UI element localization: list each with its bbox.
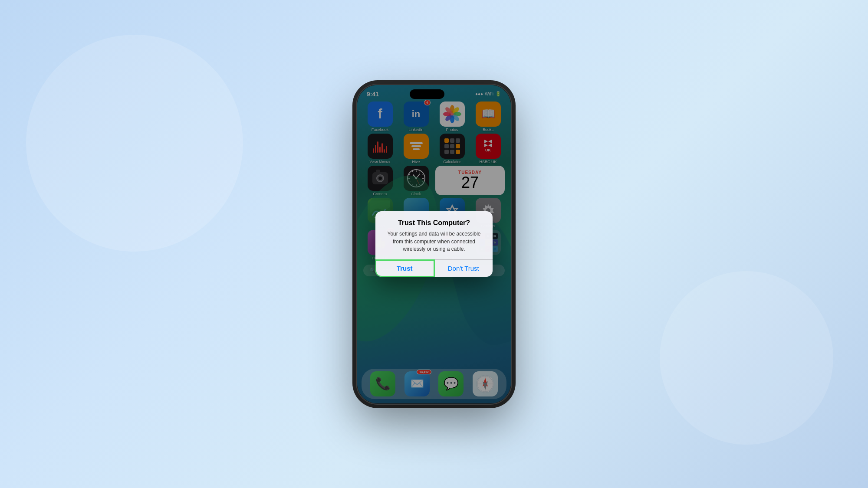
- dont-trust-button[interactable]: Don't Trust: [434, 260, 493, 277]
- phone-frame: 9:41 ●●● WiFi 🔋 f Facebook: [356, 84, 512, 405]
- dialog-button-row: Trust Don't Trust: [375, 259, 493, 277]
- background: 9:41 ●●● WiFi 🔋 f Facebook: [0, 0, 868, 488]
- bg-decoration-1: [0, 4, 273, 282]
- dialog-message: Your settings and data will be accessibl…: [382, 230, 486, 253]
- bg-decoration-2: [660, 271, 833, 445]
- phone-screen: 9:41 ●●● WiFi 🔋 f Facebook: [357, 85, 511, 403]
- dialog-title: Trust This Computer?: [382, 219, 486, 227]
- dialog-body: Trust This Computer? Your settings and d…: [375, 211, 493, 259]
- dialog-overlay: Trust This Computer? Your settings and d…: [357, 85, 511, 403]
- trust-dialog: Trust This Computer? Your settings and d…: [375, 211, 493, 276]
- trust-button[interactable]: Trust: [375, 260, 434, 277]
